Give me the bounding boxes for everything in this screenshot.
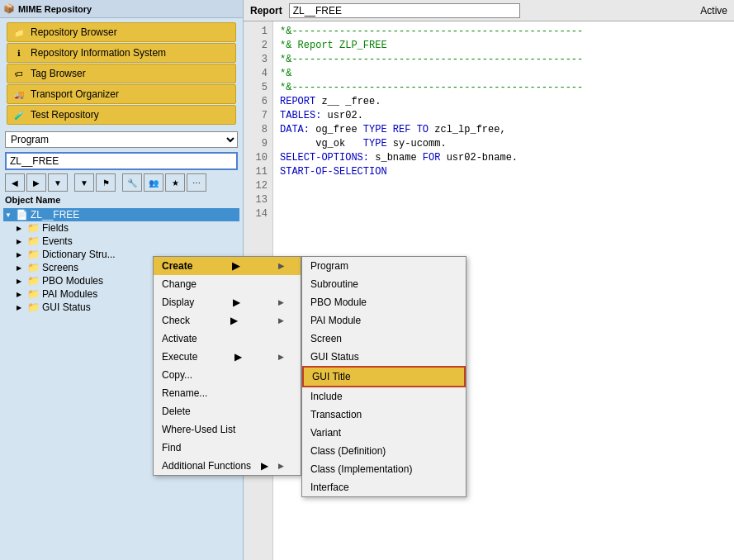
submenu-program-label: Program bbox=[310, 260, 348, 272]
submenu-pai-label: PAI Module bbox=[310, 315, 361, 326]
submenu-class-impl[interactable]: Class (Implementation) bbox=[302, 460, 466, 478]
menu-change-label: Change bbox=[162, 278, 197, 290]
submenu-variant-label: Variant bbox=[310, 427, 341, 439]
context-menu: Create ▶ Change Display ▶ Check ▶ Activa… bbox=[153, 256, 301, 476]
menu-item-activate[interactable]: Activate bbox=[154, 330, 301, 348]
submenu-gui-status-label: GUI Status bbox=[310, 351, 359, 363]
submenu-variant[interactable]: Variant bbox=[302, 424, 466, 442]
submenu-gui-status[interactable]: GUI Status bbox=[302, 348, 466, 366]
menu-create-label: Create bbox=[162, 260, 192, 272]
submenu-pbo-label: PBO Module bbox=[310, 297, 367, 308]
menu-additional-label: Additional Functions bbox=[162, 460, 251, 472]
menu-item-where-used[interactable]: Where-Used List bbox=[154, 420, 301, 439]
create-arrow: ▶ bbox=[232, 260, 239, 272]
submenu-transaction-label: Transaction bbox=[310, 409, 362, 420]
check-arrow: ▶ bbox=[230, 315, 238, 326]
submenu-subroutine-label: Subroutine bbox=[310, 278, 358, 290]
menu-item-display[interactable]: Display ▶ bbox=[154, 293, 301, 311]
submenu-include-label: Include bbox=[310, 391, 343, 402]
submenu-transaction[interactable]: Transaction bbox=[302, 406, 466, 424]
submenu-subroutine[interactable]: Subroutine bbox=[302, 275, 466, 293]
submenu-screen[interactable]: Screen bbox=[302, 330, 466, 348]
menu-item-execute[interactable]: Execute ▶ bbox=[154, 348, 301, 366]
context-menu-overlay: Create ▶ Change Display ▶ Check ▶ Activa… bbox=[0, 0, 734, 560]
submenu-class-def[interactable]: Class (Definition) bbox=[302, 442, 466, 460]
additional-arrow: ▶ bbox=[261, 460, 268, 472]
menu-execute-label: Execute bbox=[162, 351, 197, 363]
menu-copy-label: Copy... bbox=[162, 369, 192, 381]
menu-item-rename[interactable]: Rename... bbox=[154, 384, 301, 402]
submenu-class-def-label: Class (Definition) bbox=[310, 445, 386, 457]
menu-activate-label: Activate bbox=[162, 333, 197, 344]
menu-rename-label: Rename... bbox=[162, 387, 207, 399]
menu-item-change[interactable]: Change bbox=[154, 275, 301, 293]
menu-check-label: Check bbox=[162, 315, 190, 326]
submenu-gui-title[interactable]: GUI Title bbox=[302, 366, 466, 387]
execute-arrow: ▶ bbox=[234, 351, 242, 363]
menu-item-check[interactable]: Check ▶ bbox=[154, 311, 301, 330]
submenu-interface-label: Interface bbox=[310, 482, 349, 493]
submenu-program[interactable]: Program bbox=[302, 257, 466, 275]
display-arrow: ▶ bbox=[233, 297, 240, 308]
menu-find-label: Find bbox=[162, 442, 181, 453]
submenu-include[interactable]: Include bbox=[302, 387, 466, 406]
submenu-screen-label: Screen bbox=[310, 333, 342, 344]
submenu-class-impl-label: Class (Implementation) bbox=[310, 463, 412, 475]
submenu: Program Subroutine PBO Module PAI Module… bbox=[301, 256, 466, 497]
menu-item-copy[interactable]: Copy... bbox=[154, 366, 301, 384]
menu-display-label: Display bbox=[162, 297, 194, 308]
menu-item-additional[interactable]: Additional Functions ▶ bbox=[154, 457, 301, 475]
menu-delete-label: Delete bbox=[162, 406, 191, 417]
submenu-interface[interactable]: Interface bbox=[302, 478, 466, 496]
menu-item-find[interactable]: Find bbox=[154, 439, 301, 457]
menu-item-delete[interactable]: Delete bbox=[154, 402, 301, 420]
menu-where-used-label: Where-Used List bbox=[162, 424, 235, 435]
menu-item-create[interactable]: Create ▶ bbox=[154, 257, 301, 275]
submenu-pbo-module[interactable]: PBO Module bbox=[302, 293, 466, 311]
submenu-gui-title-label: GUI Title bbox=[312, 371, 351, 382]
submenu-pai-module[interactable]: PAI Module bbox=[302, 311, 466, 330]
